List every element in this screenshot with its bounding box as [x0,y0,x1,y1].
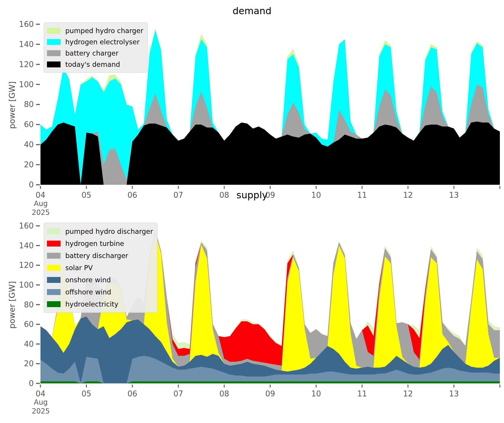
y-tick-label: 60 [24,320,34,329]
demand-x-offset-month: Aug [28,199,53,208]
demand-x-offset-label: Aug 2025 [28,199,53,217]
x-tick-label: 06 [127,389,137,398]
x-tick-label: 08 [219,389,229,398]
legend-swatch-icon [47,277,61,283]
legend-item: solar PV [47,262,153,274]
y-tick-label: 20 [24,160,34,169]
y-tick-label: 140 [19,40,34,49]
y-tick-label: 40 [24,340,34,349]
legend-swatch-icon [47,301,61,307]
legend-label: pumped hydro discharger [65,228,153,235]
legend-item: hydrogen turbine [47,237,153,249]
legend-label: today's demand [65,61,120,68]
supply-y-axis-label: power [GW] [7,275,17,335]
legend-item: hydrogen electrolyser [47,36,143,48]
demand-chart-title: demand [0,5,504,17]
legend-item: hydroelectricity [47,298,153,310]
legend-swatch-icon [47,61,61,67]
x-tick-label: 13 [449,389,459,398]
legend-item: offshore wind [47,286,153,298]
legend-label: hydroelectricity [65,300,118,308]
y-tick-label: 60 [24,120,34,129]
y-tick-label: 120 [19,261,34,270]
legend-swatch-icon [47,289,61,295]
legend-swatch-icon [47,39,61,45]
legend-item: today's demand [47,59,143,70]
supply-x-offset-month: Aug [28,398,53,407]
y-tick-label: 0 [29,379,34,388]
legend-label: solar PV [65,264,93,272]
supply-x-offset-year: 2025 [28,407,53,416]
y-tick-label: 100 [19,281,34,289]
demand-x-offset-year: 2025 [28,208,53,217]
x-tick-label: 05 [82,389,91,398]
y-tick-label: 40 [24,140,34,149]
legend-label: battery discharger [65,252,128,260]
supply-legend: pumped hydro dischargerhydrogen turbineb… [44,223,157,313]
y-tick-label: 160 [19,221,34,230]
supply-chart-title: supply [0,189,504,201]
legend-label: hydrogen turbine [65,240,124,247]
y-tick-label: 80 [24,100,34,109]
legend-label: offshore wind [65,288,111,296]
legend-item: pumped hydro discharger [47,225,153,237]
y-tick-label: 120 [19,60,34,69]
legend-swatch-icon [47,50,61,56]
legend-label: pumped hydro charger [65,27,143,35]
y-tick-label: 160 [19,20,34,29]
legend-swatch-icon [47,241,61,247]
legend-swatch-icon [47,253,61,259]
legend-swatch-icon [47,265,61,271]
x-tick-label: 11 [357,389,367,398]
legend-label: hydrogen electrolyser [65,38,139,46]
legend-item: battery discharger [47,249,153,262]
demand-y-axis-label: power [GW] [7,76,17,135]
supply-x-offset-label: Aug 2025 [28,398,53,416]
legend-label: battery charger [65,49,118,57]
x-tick-label: 04 [35,389,45,398]
y-tick-label: 0 [29,180,34,189]
legend-item: pumped hydro charger [47,25,143,36]
legend-item: onshore wind [47,274,153,286]
y-tick-label: 140 [19,241,34,250]
x-tick-label: 09 [265,389,275,398]
legend-swatch-icon [47,28,61,34]
legend-swatch-icon [47,228,61,234]
figure: 0204060801001201401600405060708091011121… [0,0,504,423]
y-tick-label: 80 [24,300,34,309]
legend-item: battery charger [47,48,143,59]
y-tick-label: 20 [24,359,34,368]
y-tick-label: 100 [19,80,34,89]
legend-label: onshore wind [65,276,111,284]
x-tick-label: 07 [173,389,183,398]
demand-legend: pumped hydro chargerhydrogen electrolyse… [44,22,148,73]
x-tick-label: 12 [403,389,413,398]
x-tick-label: 10 [311,389,321,398]
